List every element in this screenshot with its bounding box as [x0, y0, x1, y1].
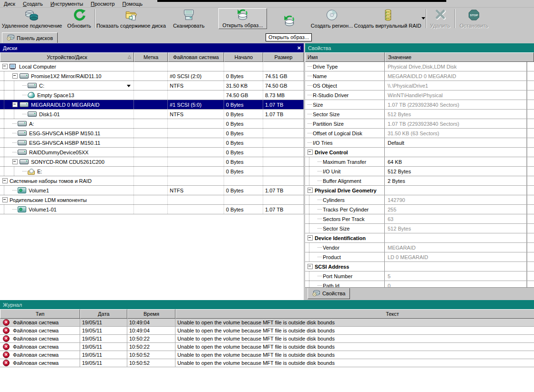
device-row[interactable]: Volume1-010 Bytes1.07 TB: [0, 205, 304, 214]
property-row[interactable]: Port Number5: [305, 271, 534, 281]
label-cell: [134, 138, 168, 147]
property-row[interactable]: Sector Size512 Bytes: [305, 224, 534, 233]
log-row[interactable]: Файловая система19/05/1110:50:22Unable t…: [0, 335, 534, 343]
column-header[interactable]: Метка: [134, 52, 168, 62]
property-row[interactable]: Sectors Per Track63: [305, 214, 534, 224]
property-row[interactable]: Size1.07 TB (2293923840 Sectors): [305, 100, 534, 110]
property-row[interactable]: Path Id0: [305, 281, 534, 287]
expander-minus-icon[interactable]: [2, 64, 8, 69]
device-row[interactable]: E:0 Bytes: [0, 167, 304, 176]
column-header[interactable]: Время: [127, 309, 175, 319]
device-row[interactable]: Local Computer: [0, 62, 304, 71]
property-row[interactable]: SCSI Address: [305, 262, 534, 271]
device-cell: C:: [0, 81, 134, 90]
property-row[interactable]: NameMEGARAIDLD 0 MEGARAID: [305, 71, 534, 81]
menu-item[interactable]: Инструменты: [47, 0, 87, 7]
device-row[interactable]: SONYCD-ROM CDU5261C2000 Bytes: [0, 157, 304, 167]
property-row[interactable]: Sector Size512 Bytes: [305, 110, 534, 119]
log-row[interactable]: Файловая система19/05/1110:50:22Unable t…: [0, 343, 534, 351]
device-row[interactable]: MEGARAIDLD 0 MEGARAID#1 SCSI (5:0)0 Byte…: [0, 100, 304, 110]
property-row[interactable]: Buffer Alignment2 Bytes: [305, 176, 534, 186]
expander-minus-icon[interactable]: [308, 264, 313, 269]
start-cell: 0 Bytes: [224, 205, 263, 214]
device-row[interactable]: Родительские LDM компоненты: [0, 195, 304, 205]
menu-item[interactable]: Просмотр: [87, 0, 118, 7]
property-row[interactable]: Partition Size1.07 TB (2293923840 Sector…: [305, 119, 534, 129]
refresh-label: Обновить: [67, 23, 91, 29]
device-row[interactable]: ESG-SHVSCA HSBP M150.110 Bytes: [0, 138, 304, 148]
property-row[interactable]: OS Object\\.\PhysicalDrive1: [305, 81, 534, 90]
column-header[interactable]: Дата: [80, 309, 127, 319]
property-row[interactable]: R-Studio DriverWinNT\Handle\Physical: [305, 90, 534, 100]
expander-minus-icon[interactable]: [12, 73, 18, 79]
property-row[interactable]: Cylinders142790: [305, 195, 534, 205]
scan-button[interactable]: Сканировать: [167, 8, 211, 29]
menu-item[interactable]: Помощь: [119, 0, 147, 7]
device-row[interactable]: RAIDDummyDevice05XX0 Bytes: [0, 148, 304, 157]
property-row[interactable]: Physical Drive Geometry: [305, 186, 534, 195]
device-row[interactable]: Promise1X2 Mirror/RAID11.10#0 SCSI (2:0)…: [0, 71, 304, 81]
error-icon: [3, 319, 10, 326]
property-row[interactable]: Offset of Logical Disk31.50 KB (63 Secto…: [305, 129, 534, 138]
dropdown-arrow-icon[interactable]: [127, 85, 131, 87]
property-row[interactable]: Maximum Transfer64 KB: [305, 157, 534, 167]
expander-minus-icon[interactable]: [12, 159, 18, 164]
log-row[interactable]: Файловая система19/05/1110:49:04Unable t…: [0, 327, 534, 335]
open-image-button-2[interactable]: [269, 8, 309, 29]
file-system-cell: [168, 205, 224, 214]
property-value: MEGARAIDLD 0 MEGARAID: [385, 71, 527, 80]
device-row[interactable]: Системные наборы томов и RAID: [0, 176, 304, 186]
property-row[interactable]: Device Identification: [305, 233, 534, 243]
expander-minus-icon[interactable]: [308, 235, 313, 241]
property-row[interactable]: VendorMEGARAID: [305, 243, 534, 252]
expander-minus-icon[interactable]: [2, 197, 8, 202]
log-row[interactable]: Файловая система19/05/1110:49:04Unable t…: [0, 319, 534, 327]
column-header[interactable]: Размер: [263, 52, 304, 62]
device-row[interactable]: A:0 Bytes: [0, 119, 304, 129]
device-row[interactable]: Empty Space1374.50 GB8.73 MB: [0, 90, 304, 100]
r-studio-window: ДискСоздатьИнструментыПросмотрПомощь Уда…: [0, 0, 534, 392]
column-header[interactable]: Устройство/Диск△: [0, 52, 134, 62]
property-row[interactable]: Tracks Per Cylinder255: [305, 205, 534, 214]
open-image-button[interactable]: Открыть образ...: [218, 8, 267, 29]
device-row[interactable]: Volume1NTFS0 Bytes1.07 TB: [0, 186, 304, 195]
column-header-value[interactable]: Значение: [385, 52, 534, 62]
hdd-icon: [20, 73, 29, 79]
stop-button[interactable]: STOP Остановить: [457, 8, 491, 29]
device-row[interactable]: C:NTFS31.50 KB74.50 GB: [0, 81, 304, 90]
tab-properties[interactable]: Свойства: [308, 288, 350, 299]
row-filler: [527, 224, 534, 233]
property-name: Path Id: [305, 281, 385, 287]
tab-disk-panel[interactable]: Панель дисков: [2, 32, 58, 43]
raid-dropdown-arrow-icon[interactable]: [421, 17, 425, 20]
device-row[interactable]: Disk1-01NTFS0 Bytes1.07 TB: [0, 110, 304, 119]
property-row[interactable]: Drive TypePhysical Drive,Disk,LDM Disk: [305, 62, 534, 71]
column-header[interactable]: Начало: [224, 52, 263, 62]
create-virtual-raid-button[interactable]: Создать виртуальный RAID: [356, 8, 420, 29]
expander-minus-icon[interactable]: [12, 102, 18, 107]
log-time-cell: 10:49:04: [127, 327, 175, 334]
property-row[interactable]: ProductLD 0 MEGARAID: [305, 252, 534, 262]
menu-item[interactable]: Диск: [0, 0, 19, 7]
column-header[interactable]: Текст: [175, 309, 534, 319]
create-region-button[interactable]: Создать регион...: [309, 8, 355, 29]
log-date-cell: 19/05/11: [80, 343, 127, 351]
property-row[interactable]: I/O Unit512 Bytes: [305, 167, 534, 176]
column-header-name[interactable]: Имя: [305, 52, 385, 62]
column-header[interactable]: Тип: [0, 309, 80, 319]
close-icon[interactable]: ×: [297, 45, 301, 51]
refresh-button[interactable]: Обновить: [65, 8, 93, 29]
property-row[interactable]: I/O TriesDefault: [305, 138, 534, 148]
log-row[interactable]: Файловая система19/05/1110:50:52Unable t…: [0, 359, 534, 367]
remote-connection-button[interactable]: Удаленное подключение: [0, 8, 64, 29]
log-row[interactable]: Файловая система19/05/1110:50:52Unable t…: [0, 351, 534, 359]
show-disk-content-button[interactable]: Показать содержимое диска: [96, 8, 166, 29]
column-header[interactable]: Файловая система: [168, 52, 224, 62]
expander-minus-icon[interactable]: [2, 178, 8, 183]
device-row[interactable]: ESG-SHVSCA HSBP M150.110 Bytes: [0, 129, 304, 138]
property-row[interactable]: Drive Control: [305, 148, 534, 157]
menu-item[interactable]: Создать: [19, 0, 47, 7]
expander-minus-icon[interactable]: [308, 188, 313, 193]
expander-minus-icon[interactable]: [308, 150, 313, 155]
delete-button[interactable]: Удалить: [428, 8, 452, 29]
